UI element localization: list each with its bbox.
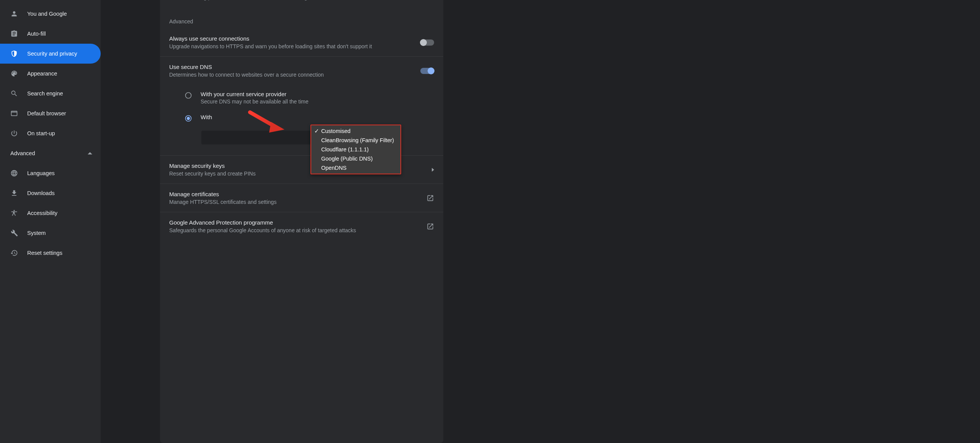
setting-desc: Determines how to connect to websites ov… [169, 72, 420, 78]
dropdown-option-label: OpenDNS [321, 165, 400, 171]
toggle-secure-dns[interactable] [420, 68, 434, 74]
safe-browsing-option-partial[interactable]: Does not protect you against dangerous w… [160, 0, 443, 11]
setting-secure-dns: Use secure DNS Determines how to connect… [160, 56, 443, 85]
link-advanced-protection[interactable]: Google Advanced Protection programme Saf… [160, 212, 443, 240]
sidebar-label: Reset settings [27, 250, 62, 256]
settings-card: Does not protect you against dangerous w… [160, 0, 443, 443]
setting-secure-connections: Always use secure connections Upgrade na… [160, 28, 443, 56]
sidebar-label: You and Google [27, 11, 67, 17]
dns-option-title: With your current service provider [201, 91, 309, 97]
sidebar-advanced-toggle[interactable]: Advanced [0, 143, 101, 163]
checkmark-icon: ✓ [314, 128, 321, 134]
sidebar-item-security[interactable]: Security and privacy [0, 44, 101, 64]
sidebar-item-you-and-google[interactable]: You and Google [0, 4, 101, 24]
dns-option-title: With [201, 114, 212, 120]
accessibility-icon [10, 209, 18, 217]
dropdown-option-cloudflare[interactable]: Cloudflare (1.1.1.1) [311, 145, 400, 154]
dropdown-option-google[interactable]: Google (Public DNS) [311, 154, 400, 163]
sidebar-item-languages[interactable]: Languages [0, 163, 101, 183]
sidebar-item-on-startup[interactable]: On start-up [0, 123, 101, 143]
sidebar-label: Appearance [27, 71, 57, 77]
sidebar-label: System [27, 230, 46, 236]
sidebar-item-autofill[interactable]: Auto-fill [0, 24, 101, 44]
external-link-icon [426, 223, 434, 230]
dropdown-option-label: Cloudflare (1.1.1.1) [321, 146, 400, 153]
radio-icon[interactable] [185, 92, 192, 99]
dns-option-desc: Secure DNS may not be available all the … [201, 98, 309, 105]
sidebar-scrollbar[interactable] [97, 0, 101, 443]
sidebar-label: Downloads [27, 190, 55, 196]
svg-point-3 [187, 117, 190, 120]
sidebar-label: Default browser [27, 110, 66, 116]
safe-browsing-desc: Does not protect you against dangerous w… [185, 0, 434, 2]
chevron-right-icon [432, 168, 434, 172]
sidebar-item-downloads[interactable]: Downloads [0, 183, 101, 203]
shield-icon [10, 50, 18, 57]
download-icon [10, 189, 18, 197]
dropdown-option-label: Google (Public DNS) [321, 156, 400, 162]
dropdown-option-cleanbrowsing[interactable]: CleanBrowsing (Family Filter) [311, 136, 400, 145]
wrench-icon [10, 229, 18, 237]
sidebar-item-system[interactable]: System [0, 223, 101, 243]
dns-option-current-provider[interactable]: With your current service provider Secur… [185, 86, 434, 109]
dropdown-option-label: CleanBrowsing (Family Filter) [321, 137, 400, 143]
settings-sidebar: You and Google Auto-fill Security and pr… [0, 0, 101, 443]
globe-icon [10, 169, 18, 177]
dropdown-option-label: Customised [321, 128, 400, 134]
sidebar-item-default-browser[interactable]: Default browser [0, 103, 101, 123]
setting-title: Use secure DNS [169, 64, 420, 70]
radio-selected-icon[interactable] [185, 115, 192, 122]
link-title: Google Advanced Protection programme [169, 219, 426, 226]
sidebar-item-search-engine[interactable]: Search engine [0, 84, 101, 103]
sidebar-item-appearance[interactable]: Appearance [0, 64, 101, 84]
toggle-secure-connections[interactable] [420, 39, 434, 46]
person-icon [10, 10, 18, 18]
section-heading-advanced: Advanced [160, 11, 443, 28]
sidebar-label: Search engine [27, 90, 63, 97]
chevron-up-icon [88, 152, 92, 154]
sidebar-item-accessibility[interactable]: Accessibility [0, 203, 101, 223]
link-manage-certificates[interactable]: Manage certificates Manage HTTPS/SSL cer… [160, 184, 443, 212]
power-icon [10, 130, 18, 137]
dropdown-option-opendns[interactable]: OpenDNS [311, 163, 400, 172]
search-icon [10, 90, 18, 97]
sidebar-label: On start-up [27, 130, 55, 136]
sidebar-label: Security and privacy [27, 51, 77, 57]
link-desc: Manage HTTPS/SSL certificates and settin… [169, 199, 426, 205]
sidebar-advanced-label: Advanced [10, 150, 35, 156]
setting-desc: Upgrade navigations to HTTPS and warn yo… [169, 43, 420, 49]
palette-icon [10, 70, 18, 77]
link-title: Manage certificates [169, 191, 426, 197]
dropdown-option-customised[interactable]: ✓ Customised [311, 126, 400, 136]
sidebar-label: Languages [27, 170, 55, 176]
svg-point-1 [186, 93, 191, 98]
restore-icon [10, 249, 18, 257]
browser-icon [10, 110, 18, 117]
setting-title: Always use secure connections [169, 35, 420, 42]
link-desc: Safeguards the personal Google Accounts … [169, 227, 426, 233]
sidebar-label: Auto-fill [27, 31, 46, 37]
content-area: Does not protect you against dangerous w… [101, 0, 980, 443]
sidebar-label: Accessibility [27, 210, 57, 216]
sidebar-item-reset[interactable]: Reset settings [0, 243, 101, 263]
external-link-icon [426, 194, 434, 202]
clipboard-icon [10, 30, 18, 38]
dns-provider-dropdown[interactable]: ✓ Customised CleanBrowsing (Family Filte… [310, 125, 401, 174]
